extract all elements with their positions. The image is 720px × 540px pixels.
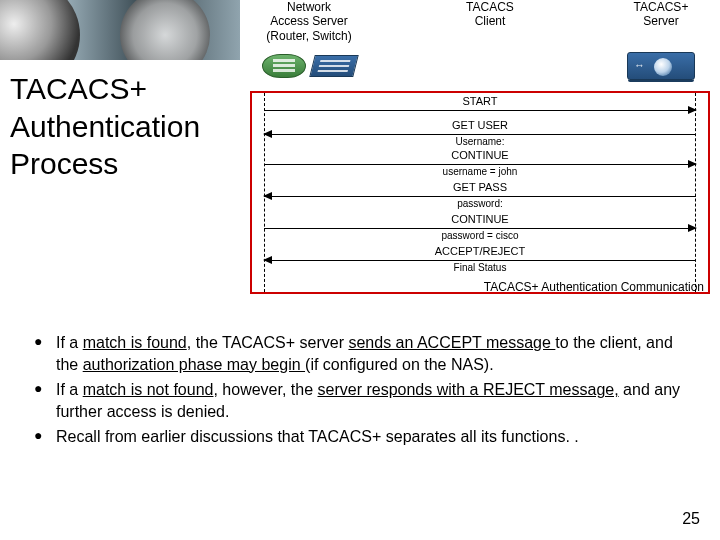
- server-label: TACACS+ Server: [616, 0, 706, 43]
- page-number: 25: [682, 510, 700, 528]
- msg-getuser: GET USER Username:: [264, 121, 696, 143]
- sequence-box: START GET USER Username: CONTINUE userna…: [250, 91, 710, 294]
- page-title: TACACS+ Authentication Process: [10, 70, 200, 183]
- sequence-diagram: Network Access Server (Router, Switch) T…: [250, 0, 710, 295]
- bullet-item: If a match is found, the TACACS+ server …: [34, 332, 696, 375]
- bullet-item: If a match is not found, however, the se…: [34, 379, 696, 422]
- decorative-banner: [0, 0, 240, 60]
- msg-continue1: CONTINUE username = john: [264, 151, 696, 173]
- msg-continue2: CONTINUE password = cisco: [264, 215, 696, 237]
- title-line: TACACS+: [10, 70, 200, 108]
- arrow-right-icon: [688, 106, 697, 114]
- title-line: Authentication: [10, 108, 200, 146]
- diagram-icons: [250, 45, 710, 87]
- switch-icon: [309, 55, 358, 77]
- title-line: Process: [10, 145, 200, 183]
- bullet-item: Recall from earlier discussions that TAC…: [34, 426, 696, 448]
- bullet-list: If a match is found, the TACACS+ server …: [34, 332, 696, 452]
- diagram-top-labels: Network Access Server (Router, Switch) T…: [250, 0, 710, 45]
- msg-getpass: GET PASS password:: [264, 183, 696, 205]
- server-icon: [627, 52, 695, 80]
- msg-accept-reject: ACCEPT/REJECT Final Status: [264, 247, 696, 269]
- client-label: TACACS Client: [445, 0, 535, 43]
- nas-label: Network Access Server (Router, Switch): [254, 0, 364, 43]
- router-icon: [262, 54, 306, 78]
- msg-start: START: [264, 97, 696, 119]
- diagram-caption: TACACS+ Authentication Communication: [250, 280, 704, 297]
